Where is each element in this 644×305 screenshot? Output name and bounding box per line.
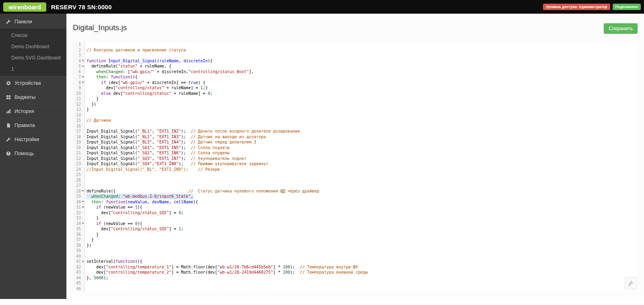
line-number: 38	[76, 243, 81, 248]
code-line-content: Input_Digital_Signal("_SQ1", "EXT1_IN5")…	[85, 145, 229, 151]
code-line-11[interactable]: 11 }	[73, 96, 638, 102]
code-line-26[interactable]: 26	[73, 178, 638, 183]
sidebar-item-rules[interactable]: Правила	[0, 118, 66, 132]
code-line-35[interactable]: 35 dev["controlling/status_SQ5"] = 1;	[73, 226, 638, 232]
sidebar-item-widgets[interactable]: Виджеты	[0, 90, 66, 104]
line-number-gutter: 18	[73, 134, 85, 140]
fold-arrow-icon[interactable]	[81, 63, 85, 69]
code-line-46[interactable]: 46	[73, 286, 638, 292]
code-line-content: if (dev["wb-gpio/" + discreteIn] == true…	[85, 80, 205, 86]
code-line-28[interactable]: 28defineRule({ // Статус датчика нулевог…	[73, 188, 638, 194]
code-line-44[interactable]: 44}, 5000);	[73, 275, 638, 281]
file-icon	[6, 123, 11, 128]
sidebar-item-panels[interactable]: Панели	[0, 14, 66, 29]
fold-spacer	[81, 91, 85, 96]
code-line-29[interactable]: 29 whenChanged: "wb-modbus-2-0/input6_St…	[73, 194, 638, 199]
fold-spacer	[81, 248, 85, 254]
code-line-content	[85, 254, 87, 259]
fold-arrow-icon[interactable]	[81, 259, 85, 264]
code-line-31[interactable]: 31 if (newValue == 1){	[73, 205, 638, 210]
code-line-20[interactable]: 20Input_Digital_Signal("_SQ1", "EXT1_IN5…	[73, 145, 638, 151]
code-line-34[interactable]: 34 if (newValue == 0){	[73, 221, 638, 227]
line-number-gutter: 31	[73, 205, 85, 210]
line-number-gutter: 22	[73, 156, 85, 162]
code-line-4[interactable]: 4function Input_Digital_Signal(ruleName,…	[73, 58, 638, 64]
code-line-22[interactable]: 22Input_Digital_Signal("_SQ3", "EXT1_IN7…	[73, 156, 638, 162]
wirenboard-logo[interactable]: wirenboard	[3, 2, 46, 12]
code-line-41[interactable]: 41setInterval(function(){	[73, 259, 638, 264]
fold-arrow-icon[interactable]	[81, 74, 85, 80]
save-button[interactable]: Сохранить	[604, 23, 638, 34]
line-number-gutter: 46	[73, 286, 85, 292]
code-line-2[interactable]: 2// Контроль датчиков и присвоение стату…	[73, 47, 638, 53]
code-line-18[interactable]: 18Input_Digital_Signal("_BL2", "EXT1_IN3…	[73, 134, 638, 140]
code-line-30[interactable]: 30 then: function(newValue, devName, cel…	[73, 199, 638, 205]
code-line-12[interactable]: 12 })	[73, 102, 638, 107]
code-line-8[interactable]: 8 if (dev["wb-gpio/" + discreteIn] == tr…	[73, 80, 638, 86]
editor-settings-button[interactable]	[625, 277, 637, 289]
fold-arrow-icon[interactable]	[81, 199, 85, 205]
code-line-13[interactable]: 13}	[73, 107, 638, 113]
sidebar-subitem[interactable]: 1	[0, 63, 66, 75]
code-line-40[interactable]: 40	[73, 254, 638, 259]
code-line-10[interactable]: 10 else dev["controlling/status" + ruleN…	[73, 91, 638, 96]
fold-spacer	[81, 254, 85, 259]
code-line-43[interactable]: 43 dev["controlling/temperature_2"] = Ma…	[73, 270, 638, 275]
code-line-42[interactable]: 42 dev["controlling/temperature_1"] = Ma…	[73, 264, 638, 270]
code-line-16[interactable]: 16	[73, 123, 638, 129]
code-line-7[interactable]: 7 then: function(){	[73, 74, 638, 80]
fold-arrow-icon[interactable]	[81, 58, 85, 64]
code-line-3[interactable]: 3	[73, 53, 638, 58]
code-line-27[interactable]: 27	[73, 183, 638, 188]
code-line-24[interactable]: 24//Input_Digital_Signal("_BL", "EXT1_IN…	[73, 167, 638, 172]
sidebar-item-devices[interactable]: Устройства	[0, 76, 66, 90]
code-line-1[interactable]: 1	[73, 42, 638, 47]
code-line-15[interactable]: 15// Датчики	[73, 118, 638, 123]
code-line-32[interactable]: 32 dev["controlling/status_SQ5"] = 0;	[73, 210, 638, 216]
fold-spacer	[81, 275, 85, 281]
line-number-gutter: 1	[73, 42, 85, 47]
sidebar: ПанелиСписокDemo DashboardDemo SVG Dashb…	[0, 14, 66, 299]
fold-spacer	[81, 264, 85, 270]
code-line-33[interactable]: 33 }	[73, 215, 638, 221]
sidebar-item-help[interactable]: ?Помощь	[0, 146, 66, 160]
code-line-9[interactable]: 9 dev["controlling/status" + ruleName] =…	[73, 85, 638, 91]
sidebar-item-history[interactable]: История	[0, 104, 66, 118]
sidebar-subitem[interactable]: Demo Dashboard	[0, 41, 66, 52]
sidebar-subitem[interactable]: Список	[0, 30, 66, 41]
code-line-6[interactable]: 6 whenChanged: ["wb-gpio/" + discreteIn,…	[73, 69, 638, 75]
line-number: 12	[76, 102, 81, 107]
sidebar-item-settings[interactable]: Настройки	[0, 132, 66, 146]
fold-arrow-icon[interactable]	[81, 221, 85, 227]
code-line-37[interactable]: 37 }	[73, 237, 638, 243]
code-line-content: if (newValue == 0){	[85, 221, 142, 227]
line-number: 27	[76, 183, 81, 188]
code-line-5[interactable]: 5 defineRule("status" + ruleName, {	[73, 63, 638, 69]
code-line-14[interactable]: 14	[73, 113, 638, 118]
code-line-38[interactable]: 38})	[73, 243, 638, 248]
fold-arrow-icon[interactable]	[81, 80, 85, 86]
code-line-25[interactable]: 25	[73, 172, 638, 178]
sidebar-subitem[interactable]: Demo SVG Dashboard	[0, 52, 66, 63]
line-number-gutter: 25	[73, 172, 85, 178]
access-level-badge: Уровень доступа: Администратор	[543, 4, 610, 10]
fold-spacer	[81, 156, 85, 162]
fold-spacer	[81, 226, 85, 232]
fold-arrow-icon[interactable]	[81, 205, 85, 210]
code-line-45[interactable]: 45	[73, 280, 638, 286]
fold-spacer	[81, 210, 85, 216]
device-title: RESERV 78 SN:0000	[51, 4, 112, 10]
code-line-21[interactable]: 21Input_Digital_Signal("_SQ2", "EXT1_IN6…	[73, 150, 638, 156]
code-editor[interactable]: 12// Контроль датчиков и присвоение стат…	[73, 42, 638, 291]
code-line-content: then: function(){	[85, 74, 137, 80]
code-line-content	[85, 53, 87, 58]
code-line-23[interactable]: 23Input_Digital_Signal("_SQ4","EXT1_IN8"…	[73, 161, 638, 167]
code-line-39[interactable]: 39	[73, 248, 638, 254]
code-line-36[interactable]: 36 }	[73, 232, 638, 237]
code-line-19[interactable]: 19Input_Digital_Signal("_BL3", "EXT1_IN4…	[73, 139, 638, 145]
code-line-content	[85, 172, 87, 178]
fold-arrow-icon[interactable]	[81, 188, 85, 194]
code-line-17[interactable]: 17Input_Digital_Signal("_BL1", "EXT1_IN2…	[73, 129, 638, 134]
line-number-gutter: 4	[73, 58, 85, 64]
line-number-gutter: 6	[73, 69, 85, 75]
